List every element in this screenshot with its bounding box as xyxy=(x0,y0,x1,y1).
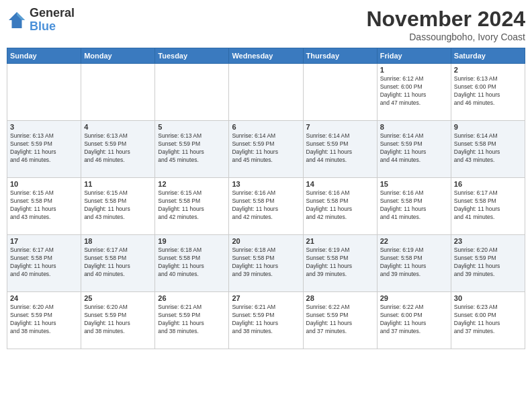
day-number: 23 xyxy=(454,237,522,245)
calendar-cell xyxy=(81,64,155,121)
day-info: Sunrise: 6:14 AM Sunset: 5:59 PM Dayligh… xyxy=(380,132,448,165)
day-number: 14 xyxy=(306,180,374,188)
day-number: 25 xyxy=(84,294,152,302)
day-info: Sunrise: 6:14 AM Sunset: 5:59 PM Dayligh… xyxy=(306,132,374,165)
calendar-cell: 1Sunrise: 6:12 AM Sunset: 6:00 PM Daylig… xyxy=(377,64,451,121)
day-info: Sunrise: 6:21 AM Sunset: 5:59 PM Dayligh… xyxy=(232,304,300,336)
day-info: Sunrise: 6:16 AM Sunset: 5:58 PM Dayligh… xyxy=(306,189,374,222)
logo: General Blue xyxy=(7,7,75,34)
day-number: 29 xyxy=(380,294,448,302)
calendar-cell: 13Sunrise: 6:16 AM Sunset: 5:58 PM Dayli… xyxy=(229,178,303,235)
day-info: Sunrise: 6:20 AM Sunset: 5:59 PM Dayligh… xyxy=(454,246,522,279)
calendar-cell: 20Sunrise: 6:18 AM Sunset: 5:58 PM Dayli… xyxy=(229,235,303,292)
day-number: 7 xyxy=(306,123,374,131)
calendar-cell: 26Sunrise: 6:21 AM Sunset: 5:59 PM Dayli… xyxy=(155,292,229,349)
calendar-cell: 21Sunrise: 6:19 AM Sunset: 5:58 PM Dayli… xyxy=(303,235,377,292)
day-number: 1 xyxy=(380,66,448,74)
location: Dassoungboho, Ivory Coast xyxy=(366,32,525,42)
day-info: Sunrise: 6:19 AM Sunset: 5:58 PM Dayligh… xyxy=(306,246,374,279)
day-of-week-header: Sunday xyxy=(7,48,81,64)
calendar-cell: 30Sunrise: 6:23 AM Sunset: 6:00 PM Dayli… xyxy=(451,292,525,349)
day-info: Sunrise: 6:12 AM Sunset: 6:00 PM Dayligh… xyxy=(380,75,448,107)
calendar-cell: 3Sunrise: 6:13 AM Sunset: 5:59 PM Daylig… xyxy=(7,121,81,178)
calendar-cell: 27Sunrise: 6:21 AM Sunset: 5:59 PM Dayli… xyxy=(229,292,303,349)
calendar-week-row: 24Sunrise: 6:20 AM Sunset: 5:59 PM Dayli… xyxy=(7,292,525,349)
calendar-cell: 9Sunrise: 6:14 AM Sunset: 5:58 PM Daylig… xyxy=(451,121,525,178)
day-of-week-header: Tuesday xyxy=(155,48,229,64)
calendar-cell: 16Sunrise: 6:17 AM Sunset: 5:58 PM Dayli… xyxy=(451,178,525,235)
calendar-week-row: 3Sunrise: 6:13 AM Sunset: 5:59 PM Daylig… xyxy=(7,121,525,178)
calendar-cell xyxy=(229,64,303,121)
day-of-week-header: Thursday xyxy=(303,48,377,64)
day-number: 10 xyxy=(10,180,78,188)
day-info: Sunrise: 6:23 AM Sunset: 6:00 PM Dayligh… xyxy=(454,304,522,336)
calendar-cell: 2Sunrise: 6:13 AM Sunset: 6:00 PM Daylig… xyxy=(451,64,525,121)
calendar-cell: 10Sunrise: 6:15 AM Sunset: 5:58 PM Dayli… xyxy=(7,178,81,235)
calendar-cell: 28Sunrise: 6:22 AM Sunset: 5:59 PM Dayli… xyxy=(303,292,377,349)
day-number: 6 xyxy=(232,123,300,131)
calendar-cell: 22Sunrise: 6:19 AM Sunset: 5:58 PM Dayli… xyxy=(377,235,451,292)
calendar-cell: 5Sunrise: 6:13 AM Sunset: 5:59 PM Daylig… xyxy=(155,121,229,178)
day-number: 22 xyxy=(380,237,448,245)
day-info: Sunrise: 6:20 AM Sunset: 5:59 PM Dayligh… xyxy=(10,304,78,336)
day-info: Sunrise: 6:16 AM Sunset: 5:58 PM Dayligh… xyxy=(380,189,448,222)
calendar-header: SundayMondayTuesdayWednesdayThursdayFrid… xyxy=(7,48,525,64)
calendar-cell: 19Sunrise: 6:18 AM Sunset: 5:58 PM Dayli… xyxy=(155,235,229,292)
day-number: 8 xyxy=(380,123,448,131)
day-info: Sunrise: 6:14 AM Sunset: 5:59 PM Dayligh… xyxy=(232,132,300,165)
page-header: General Blue November 2024 Dassoungboho,… xyxy=(7,7,525,42)
calendar-cell: 14Sunrise: 6:16 AM Sunset: 5:58 PM Dayli… xyxy=(303,178,377,235)
calendar-cell: 23Sunrise: 6:20 AM Sunset: 5:59 PM Dayli… xyxy=(451,235,525,292)
day-info: Sunrise: 6:13 AM Sunset: 5:59 PM Dayligh… xyxy=(158,132,226,165)
day-info: Sunrise: 6:13 AM Sunset: 5:59 PM Dayligh… xyxy=(10,132,78,165)
calendar-cell: 15Sunrise: 6:16 AM Sunset: 5:58 PM Dayli… xyxy=(377,178,451,235)
calendar-cell: 4Sunrise: 6:13 AM Sunset: 5:59 PM Daylig… xyxy=(81,121,155,178)
calendar-table: SundayMondayTuesdayWednesdayThursdayFrid… xyxy=(7,48,525,349)
calendar-cell: 29Sunrise: 6:22 AM Sunset: 6:00 PM Dayli… xyxy=(377,292,451,349)
day-number: 12 xyxy=(158,180,226,188)
day-number: 24 xyxy=(10,294,78,302)
month-title: November 2024 xyxy=(366,7,525,32)
day-of-week-header: Monday xyxy=(81,48,155,64)
calendar-week-row: 10Sunrise: 6:15 AM Sunset: 5:58 PM Dayli… xyxy=(7,178,525,235)
calendar-cell xyxy=(303,64,377,121)
day-number: 13 xyxy=(232,180,300,188)
day-number: 11 xyxy=(84,180,152,188)
day-info: Sunrise: 6:17 AM Sunset: 5:58 PM Dayligh… xyxy=(454,189,522,222)
day-number: 18 xyxy=(84,237,152,245)
day-number: 27 xyxy=(232,294,300,302)
day-number: 15 xyxy=(380,180,448,188)
day-info: Sunrise: 6:22 AM Sunset: 6:00 PM Dayligh… xyxy=(380,304,448,336)
calendar-cell xyxy=(7,64,81,121)
calendar-cell: 11Sunrise: 6:15 AM Sunset: 5:58 PM Dayli… xyxy=(81,178,155,235)
calendar-cell: 17Sunrise: 6:17 AM Sunset: 5:58 PM Dayli… xyxy=(7,235,81,292)
day-of-week-header: Friday xyxy=(377,48,451,64)
calendar-cell: 6Sunrise: 6:14 AM Sunset: 5:59 PM Daylig… xyxy=(229,121,303,178)
day-number: 26 xyxy=(158,294,226,302)
calendar-cell: 7Sunrise: 6:14 AM Sunset: 5:59 PM Daylig… xyxy=(303,121,377,178)
day-number: 28 xyxy=(306,294,374,302)
day-info: Sunrise: 6:15 AM Sunset: 5:58 PM Dayligh… xyxy=(158,189,226,222)
day-info: Sunrise: 6:13 AM Sunset: 6:00 PM Dayligh… xyxy=(454,75,522,107)
logo-icon xyxy=(7,10,27,30)
day-number: 19 xyxy=(158,237,226,245)
day-info: Sunrise: 6:19 AM Sunset: 5:58 PM Dayligh… xyxy=(380,246,448,279)
title-block: November 2024 Dassoungboho, Ivory Coast xyxy=(366,7,525,42)
day-number: 4 xyxy=(84,123,152,131)
day-number: 5 xyxy=(158,123,226,131)
calendar-week-row: 17Sunrise: 6:17 AM Sunset: 5:58 PM Dayli… xyxy=(7,235,525,292)
calendar-cell: 8Sunrise: 6:14 AM Sunset: 5:59 PM Daylig… xyxy=(377,121,451,178)
day-info: Sunrise: 6:15 AM Sunset: 5:58 PM Dayligh… xyxy=(10,189,78,222)
day-info: Sunrise: 6:15 AM Sunset: 5:58 PM Dayligh… xyxy=(84,189,152,222)
day-info: Sunrise: 6:17 AM Sunset: 5:58 PM Dayligh… xyxy=(10,246,78,279)
day-info: Sunrise: 6:18 AM Sunset: 5:58 PM Dayligh… xyxy=(158,246,226,279)
day-info: Sunrise: 6:14 AM Sunset: 5:58 PM Dayligh… xyxy=(454,132,522,165)
day-number: 16 xyxy=(454,180,522,188)
day-of-week-header: Wednesday xyxy=(229,48,303,64)
day-of-week-header: Saturday xyxy=(451,48,525,64)
calendar-cell: 25Sunrise: 6:20 AM Sunset: 5:59 PM Dayli… xyxy=(81,292,155,349)
calendar-cell: 18Sunrise: 6:17 AM Sunset: 5:58 PM Dayli… xyxy=(81,235,155,292)
logo-blue: Blue xyxy=(30,20,75,34)
day-number: 3 xyxy=(10,123,78,131)
calendar-cell: 12Sunrise: 6:15 AM Sunset: 5:58 PM Dayli… xyxy=(155,178,229,235)
